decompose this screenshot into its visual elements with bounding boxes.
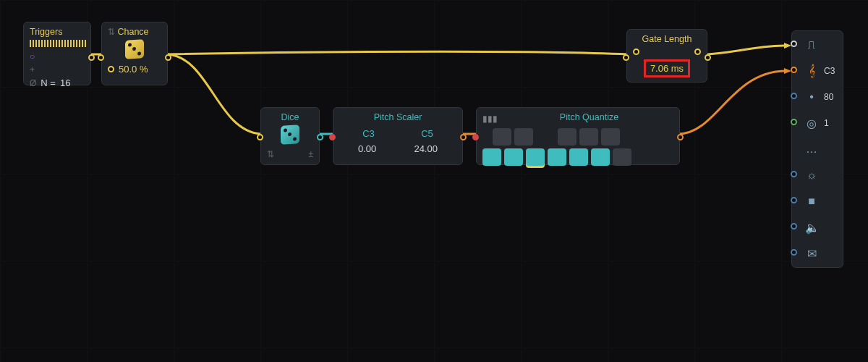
circle-icon: ○ [30, 51, 35, 62]
rail-mod-out-icon: ◎ [805, 117, 818, 130]
rail-pitch-out-value: C3 [824, 66, 835, 76]
gate-aux-port-1[interactable] [633, 49, 639, 55]
node-pitch-quantize[interactable]: ▮▮▮ Pitch Quantize [476, 107, 680, 165]
scaler-in-port[interactable] [329, 134, 336, 140]
rail-velocity-out-icon: • [805, 90, 818, 104]
node-chance[interactable]: ⇅ Chance 50.0 % [101, 22, 168, 85]
chance-in-port[interactable] [98, 54, 104, 61]
rail-gate-out-icon: ⎍ [805, 38, 818, 51]
rail-velocity-out-value: 80 [824, 92, 833, 102]
key-white-7[interactable] [613, 148, 631, 166]
node-gate-length[interactable]: Gate Length 7.06 ms [626, 29, 707, 83]
rail-case-icon: ■ [805, 195, 818, 208]
gate-aux-port-2[interactable] [694, 49, 701, 55]
key-white-4[interactable] [548, 148, 566, 166]
rail-case[interactable]: ■ [795, 193, 840, 209]
quantize-title: Pitch Quantize [505, 112, 673, 122]
chance-out-port[interactable] [165, 54, 171, 61]
keyboard-icon: ▮▮▮ [482, 114, 498, 124]
rail-mod-out-value: 1 [824, 118, 829, 128]
rail-mute-icon: 🔈 [805, 221, 818, 235]
rail-mod-out[interactable]: ◎1 [795, 115, 840, 131]
dice-trigger-in-port[interactable] [257, 134, 263, 140]
rail-misc[interactable]: … [795, 141, 840, 157]
rail-brightness-icon: ☼ [805, 169, 818, 182]
rail-brightness-port[interactable] [791, 171, 797, 177]
triggers-n-value: 16 [60, 77, 70, 88]
dice-icon [281, 125, 299, 145]
output-rail[interactable]: ⎍𝄞C3•80◎1…☼■🔈✉ [791, 30, 843, 268]
key-black-3[interactable] [558, 128, 576, 146]
scaler-high-val[interactable]: 24.00 [414, 143, 438, 154]
rail-mute-port[interactable] [791, 223, 797, 230]
node-triggers[interactable]: Triggers ○ + Ø N = 16 [23, 22, 91, 85]
rail-mute[interactable]: 🔈 [795, 219, 840, 235]
black-keys-row [493, 128, 673, 146]
key-white-5[interactable] [569, 148, 588, 166]
gate-out-port[interactable] [705, 54, 711, 61]
dice-title: Dice [267, 112, 313, 122]
key-white-1[interactable] [482, 148, 501, 166]
dice-icon [125, 39, 144, 59]
dice-out-port[interactable] [317, 134, 323, 140]
node-dice[interactable]: Dice ⇅ ± [260, 107, 320, 165]
scaler-high-note[interactable]: C5 [421, 128, 433, 139]
scaler-low-note[interactable]: C3 [362, 128, 375, 139]
arrows-icon: ⇅ [108, 27, 115, 37]
rail-envelope-port[interactable] [791, 249, 797, 256]
chance-value[interactable]: 50.0 % [119, 64, 148, 75]
chance-prob-port[interactable] [108, 66, 114, 72]
gate-in-port[interactable] [623, 54, 629, 61]
node-pitch-scaler[interactable]: Pitch Scaler C3 C5 0.00 24.00 [333, 107, 463, 165]
chance-title: ⇅ Chance [108, 27, 161, 37]
gate-title: Gate Length [633, 34, 701, 44]
rail-gate-out[interactable]: ⎍ [795, 37, 840, 53]
rail-envelope[interactable]: ✉ [795, 245, 840, 261]
scaler-out-port[interactable] [460, 134, 467, 140]
rail-pitch-out[interactable]: 𝄞C3 [795, 63, 840, 79]
white-keys-row [482, 148, 673, 166]
arrows-icon: ⇅ [267, 149, 274, 159]
key-black-1[interactable] [493, 128, 511, 146]
rail-mod-out-port[interactable] [791, 119, 797, 125]
key-white-3[interactable] [526, 148, 545, 166]
phase-icon: Ø [30, 78, 36, 88]
triggers-n-label: N = [41, 77, 56, 88]
key-black-5[interactable] [601, 128, 620, 146]
rail-velocity-out-port[interactable] [791, 93, 797, 99]
key-white-6[interactable] [591, 148, 610, 166]
rail-brightness[interactable]: ☼ [795, 167, 840, 183]
triggers-waveform-icon [30, 40, 88, 47]
rail-gate-out-port[interactable] [791, 41, 797, 47]
plus-minus-icon: ± [308, 149, 313, 159]
plus-icon: + [30, 64, 35, 75]
rail-pitch-out-port[interactable] [791, 67, 797, 73]
triggers-title: Triggers [30, 27, 85, 37]
key-white-2[interactable] [504, 148, 523, 166]
rail-misc-icon: … [805, 143, 818, 156]
quantize-out-port[interactable] [677, 134, 684, 140]
gate-value[interactable]: 7.06 ms [644, 59, 690, 77]
quantize-in-port[interactable] [472, 134, 479, 140]
key-black-4[interactable] [579, 128, 598, 146]
rail-case-port[interactable] [791, 197, 797, 203]
rail-envelope-icon: ✉ [805, 247, 818, 261]
triggers-out-port[interactable] [88, 54, 95, 61]
rail-pitch-out-icon: 𝄞 [805, 64, 818, 77]
key-black-2[interactable] [514, 128, 533, 146]
scaler-title: Pitch Scaler [339, 112, 456, 122]
scaler-low-val[interactable]: 0.00 [358, 143, 376, 154]
rail-velocity-out[interactable]: •80 [795, 89, 840, 105]
